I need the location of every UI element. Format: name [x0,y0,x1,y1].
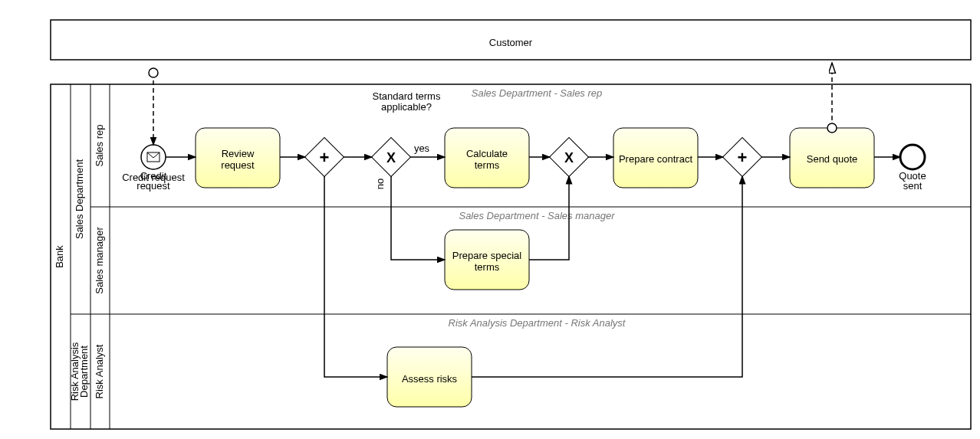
svg-text:terms: terms [475,159,500,171]
svg-text:Assess risks: Assess risks [402,373,458,385]
risk-dept-label-2: Department [78,346,90,398]
gateway-parallel-split: + [305,138,344,177]
gw-q1: Standard terms [373,90,441,102]
gateway-standard-terms: X [372,138,411,177]
svg-text:Calculate: Calculate [466,148,508,159]
svg-text:Prepare special: Prepare special [452,250,521,261]
svg-text:X: X [386,150,396,165]
watermark-mgr: Sales Department - Sales manager [459,210,615,221]
bpmn-diagram: Customer Bank Sales Department Sales rep… [8,8,980,439]
gw-q2: applicable? [381,101,432,113]
task-assess-risks: Assess risks [387,347,472,407]
svg-text:+: + [320,148,330,167]
watermark-rep: Sales Department - Sales rep [472,87,603,99]
watermark-risk: Risk Analysis Department - Risk Analyst [449,317,626,329]
svg-text:Prepare contract: Prepare contract [619,153,692,165]
risk-analyst-label: Risk Analyst [94,344,105,398]
task-review-request: Review request [196,128,280,188]
task-calculate-terms: Calculate terms [445,128,529,188]
task-send-quote: Send quote [790,128,874,188]
svg-text:X: X [564,150,574,165]
customer-pool-label: Customer [489,37,533,48]
sales-mgr-label: Sales manager [94,227,105,294]
svg-point-28 [900,145,925,169]
svg-text:Send quote: Send quote [807,153,858,165]
task-prepare-contract: Prepare contract [613,128,698,188]
yes-label: yes [414,143,430,154]
sales-dept-label: Sales Department [74,159,85,239]
svg-text:request: request [221,159,255,171]
task-prepare-special-terms: Prepare special terms [445,230,529,290]
svg-text:+: + [738,148,748,167]
sales-rep-label: Sales rep [94,125,105,167]
gateway-merge-terms: X [550,138,589,177]
bank-pool-label: Bank [54,245,65,268]
end-event-quote-sent: Quote sent [899,145,926,192]
svg-text:sent: sent [903,180,922,192]
no-label: no [374,179,386,189]
svg-text:Review: Review [222,148,255,159]
svg-text:terms: terms [475,261,500,273]
start-label-2: request [136,180,170,192]
gateway-parallel-join: + [723,138,762,177]
